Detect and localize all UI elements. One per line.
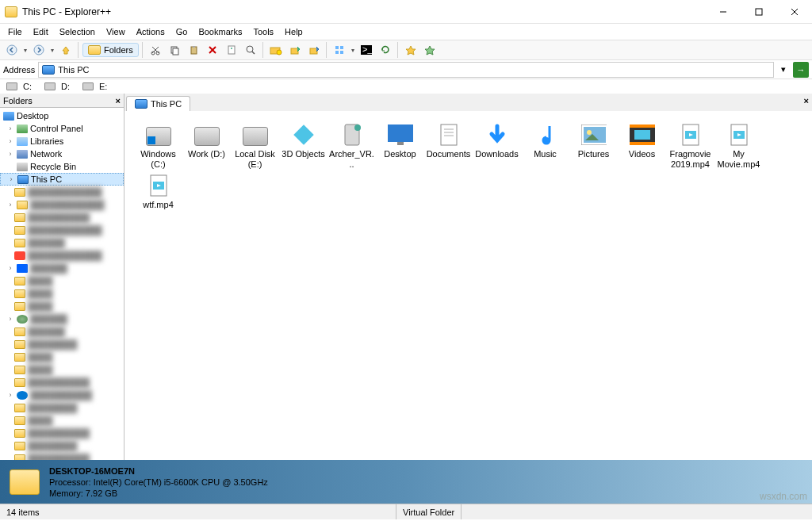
delete-button[interactable]: [204, 41, 221, 59]
tree-item-blurred[interactable]: ████: [0, 414, 124, 427]
refresh-button[interactable]: [377, 41, 394, 59]
close-button[interactable]: [776, 0, 812, 24]
address-dropdown[interactable]: ▾: [777, 64, 790, 75]
menu-file[interactable]: File: [3, 25, 27, 38]
item-icon: [243, 122, 268, 147]
tree-item-blurred[interactable]: ██████████: [0, 452, 124, 460]
drive-e[interactable]: E:: [79, 80, 113, 93]
tree-item-blurred[interactable]: ████████: [0, 401, 124, 414]
menu-help[interactable]: Help: [280, 25, 308, 38]
item-icon: [678, 122, 703, 147]
drive-d[interactable]: D:: [41, 80, 76, 93]
address-input[interactable]: This PC: [38, 62, 774, 78]
tree-item-blurred[interactable]: ████████: [0, 338, 124, 351]
move-to-button[interactable]: [305, 41, 323, 59]
tree-item-blurred[interactable]: ██████████: [0, 211, 124, 224]
svg-rect-22: [335, 46, 339, 49]
tree-onedrive[interactable]: ›██████████: [0, 389, 124, 401]
paste-button[interactable]: [185, 41, 202, 59]
tab-this-pc[interactable]: This PC: [126, 96, 190, 111]
tree-network[interactable]: ›Network: [0, 147, 124, 160]
tree-item-blurred[interactable]: ████: [0, 351, 124, 363]
file-item[interactable]: Downloads: [473, 121, 521, 171]
file-item[interactable]: Work (D:): [182, 121, 231, 171]
file-item[interactable]: Fragmovie 2019.mp4: [666, 121, 714, 171]
menu-bookmarks[interactable]: Bookmarks: [193, 25, 247, 38]
bookmark-button[interactable]: [402, 41, 419, 59]
forward-button[interactable]: [30, 41, 48, 59]
up-button[interactable]: [57, 41, 75, 59]
sidebar-close-button[interactable]: ×: [116, 96, 121, 105]
file-item[interactable]: Videos: [618, 121, 666, 171]
watermark: wsxdn.com: [760, 491, 807, 502]
menu-tools[interactable]: Tools: [248, 25, 278, 38]
maximize-button[interactable]: [741, 0, 776, 24]
back-button[interactable]: [3, 41, 21, 59]
minimize-button[interactable]: [705, 0, 741, 24]
tree-item-blurred[interactable]: ████████: [0, 439, 124, 452]
tree-item-blurred[interactable]: ████████████: [0, 186, 124, 198]
copy-button[interactable]: [166, 41, 183, 59]
cut-button[interactable]: [147, 41, 164, 59]
menu-go[interactable]: Go: [171, 25, 193, 38]
tree-libraries[interactable]: ›Libraries: [0, 135, 124, 147]
file-item[interactable]: Pictures: [569, 121, 618, 171]
file-item[interactable]: 3D Objects: [279, 121, 327, 171]
item-label: Videos: [629, 149, 655, 159]
search-button[interactable]: [242, 41, 259, 59]
tree-dropbox[interactable]: ›██████: [0, 262, 124, 274]
new-folder-button[interactable]: [267, 41, 285, 59]
svg-rect-9: [173, 48, 178, 55]
tree-control-panel[interactable]: ›Control Panel: [0, 122, 124, 135]
tree-item-blurred[interactable]: ██████: [0, 236, 124, 249]
properties-button[interactable]: [223, 41, 240, 59]
tree-desktop[interactable]: Desktop: [0, 109, 124, 122]
views-dropdown[interactable]: ▾: [350, 47, 356, 54]
file-item[interactable]: Local Disk (E:): [231, 121, 279, 171]
menu-view[interactable]: View: [102, 25, 130, 38]
file-item[interactable]: Documents: [424, 121, 473, 171]
tree-item-blurred[interactable]: ████: [0, 363, 124, 376]
tree-this-pc[interactable]: ›This PC: [0, 173, 124, 186]
tree-item-blurred[interactable]: ████: [0, 300, 124, 312]
menu-selection[interactable]: Selection: [55, 25, 100, 38]
item-label: Music: [534, 149, 557, 159]
tree-recycle-bin[interactable]: Recycle Bin: [0, 160, 124, 173]
folders-toggle[interactable]: Folders: [82, 43, 139, 57]
file-item[interactable]: wtf.mp4: [134, 171, 182, 212]
tree-item-blurred[interactable]: ████████████: [0, 249, 124, 262]
folder-tree[interactable]: Desktop ›Control Panel ›Libraries ›Netwo…: [0, 108, 124, 460]
tab-close-button[interactable]: ×: [804, 96, 809, 105]
file-item[interactable]: Desktop: [376, 121, 424, 171]
forward-history-dropdown[interactable]: ▾: [49, 47, 56, 54]
terminal-button[interactable]: >_: [358, 41, 375, 59]
tree-user[interactable]: ›██████: [0, 312, 124, 325]
item-icon: [388, 122, 413, 147]
file-item[interactable]: Music: [521, 121, 569, 171]
tree-item-blurred[interactable]: ████: [0, 287, 124, 300]
copy-to-button[interactable]: [286, 41, 304, 59]
drive-c[interactable]: C:: [3, 80, 38, 93]
tree-item-blurred[interactable]: ████: [0, 274, 124, 287]
menu-actions[interactable]: Actions: [132, 25, 170, 38]
svg-text:>_: >_: [362, 45, 372, 54]
file-item[interactable]: My Movie.mp4: [714, 121, 763, 171]
tree-item-blurred[interactable]: ›████████████: [0, 198, 124, 211]
views-button[interactable]: [331, 41, 348, 59]
back-history-dropdown[interactable]: ▾: [22, 47, 29, 54]
file-item[interactable]: Windows (C:): [134, 121, 182, 171]
status-folder-type: Virtual Folder: [396, 504, 462, 519]
tree-item-blurred[interactable]: ██████████: [0, 427, 124, 439]
svg-rect-11: [193, 46, 195, 48]
file-grid[interactable]: Windows (C:)Work (D:)Local Disk (E:)3D O…: [124, 111, 812, 460]
svg-rect-44: [634, 130, 650, 140]
tree-item-blurred[interactable]: ██████████: [0, 376, 124, 389]
menu-edit[interactable]: Edit: [29, 25, 53, 38]
svg-point-40: [587, 130, 592, 135]
tree-item-blurred[interactable]: ██████: [0, 325, 124, 338]
go-button[interactable]: →: [793, 62, 809, 78]
file-item[interactable]: Archer_VR...: [327, 121, 376, 171]
tree-item-blurred[interactable]: ████████████: [0, 224, 124, 236]
item-icon: [581, 122, 607, 147]
organize-bookmarks-button[interactable]: [421, 41, 439, 59]
